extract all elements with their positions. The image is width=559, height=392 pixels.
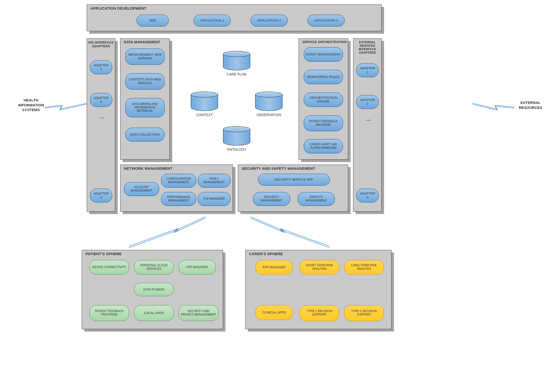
pill-context-data-webservice: CONTEXT DATA WEB SERVICE xyxy=(125,73,165,90)
cylinder-context: CONTEXT xyxy=(191,92,218,111)
pill-app2: APPLICATION 2 xyxy=(251,15,288,26)
pill-ext-adapter1: ADAPTER 1 xyxy=(356,63,379,77)
pill-device-connectivity: DEVICE CONNECTIVITY xyxy=(89,260,129,274)
panel-ext-adapters: EXTERNAL SERVICES INTERFACE ADAPTERS ADA… xyxy=(353,38,382,212)
panel-title-secmgmt: SECURITY AND SAFETY MANAGEMENT xyxy=(242,166,315,171)
pill-orch-engine: ORCHESTRATION ENGINE xyxy=(304,93,343,107)
pill-p2p-mgr-patient: P2P MANAGER xyxy=(179,260,216,274)
bolt-left xyxy=(45,100,87,115)
pill-patient-feedback-backend: PATIENT FEEDBACK BACKEND xyxy=(304,115,343,131)
pill-identity-mgmt: IDENTITY MANAGEMENT xyxy=(298,192,335,206)
pill-personal-cloud: PERSONAL CLOUD SERVICES xyxy=(134,260,174,274)
pill-ext-adaptern: ADAPTER n xyxy=(356,189,379,202)
cylinder-care-plan: CARE PLAN xyxy=(223,51,250,70)
panel-network-mgmt: NETWORK MANAGEMENT ACCOUNT MANAGEMENT CO… xyxy=(120,165,233,212)
pill-data-collection: DATA COLLECTION xyxy=(125,128,165,142)
bolt-right xyxy=(472,100,514,115)
pill-data-mining: DATA MINING AND INFORMATION RETRIEVAL xyxy=(125,98,165,117)
pill-his-adaptern: ADAPTER n xyxy=(90,189,112,202)
pill-ext-adapter2: ADAPTER 2 xyxy=(356,95,379,109)
cylinder-label-ontology: ONTOLOGY xyxy=(217,147,256,151)
pill-security-mgmt: SECURITY MANAGEMENT xyxy=(253,192,290,206)
panel-title-patient: PATIENT'S SPHERE xyxy=(85,252,122,256)
his-dots: ⋮ xyxy=(99,115,105,123)
pill-fault-mgmt: FAULT MANAGEMENT xyxy=(198,174,230,188)
pill-app1: APPLICATION 1 xyxy=(194,15,231,26)
pill-appn: APPLICATION n xyxy=(307,15,345,26)
panel-title-serviceorch: SERVICE ORCHESTRATION xyxy=(302,40,347,44)
pill-account-mgmt: ACCOUNT MANAGEMENT xyxy=(124,182,159,196)
pill-security-privacy: SECURITY AND PRIVACY MANAGEMENT xyxy=(179,305,218,321)
pill-patient-feedback-frontend: PATIENT FEEDBACK FRONTEND xyxy=(89,305,129,321)
pill-data-fusion: DATA FUSION xyxy=(134,283,174,296)
cylinder-label-observation: OBSERVATION xyxy=(249,113,289,117)
pill-local-apps: LOCAL APPS xyxy=(134,305,174,321)
external-left-label: HEALTH INFORMATION SYSTEMS xyxy=(12,98,50,112)
pill-config-mgmt: CONFIGURATION MANAGEMENT xyxy=(161,174,196,188)
panel-title-his: HIS INTERFACE ADAPTERS xyxy=(87,41,115,48)
pill-event-mgmt: EVENT MANAGEMENT xyxy=(304,47,343,62)
pill-p2p-mgr: P2P MANAGER xyxy=(198,192,230,206)
panel-title-app-dev: APPLICATION DEVELOPMENT xyxy=(90,6,146,10)
pill-type1-decision: TYPE 1 DECISION SUPPORT xyxy=(300,305,339,321)
panel-app-dev: APPLICATION DEVELOPMENT SDK APPLICATION … xyxy=(87,4,382,31)
panel-his-adapters: HIS INTERFACE ADAPTERS ADAPTER 1 ADAPTER… xyxy=(87,38,115,212)
pill-measurement-webservice: MEASUREMENT WEB SERVICE xyxy=(125,49,165,65)
panel-carer-sphere: CARER'S SPHERE P2P MANAGER SHORT-TERM RI… xyxy=(245,250,391,329)
cylinder-ontology: ONTOLOGY xyxy=(223,126,250,146)
cylinder-observation: OBSERVATION xyxy=(255,92,282,111)
pill-long-term-risk: LONG-TERM RISK ANALYSIS xyxy=(344,260,384,274)
external-right-label: EXTERNAL RESOURCES xyxy=(514,100,547,110)
pill-monitoring-rules: MONITORING RULES xyxy=(304,70,343,84)
pill-carer-alert: CARER ALERT AND ALARM HANDLING xyxy=(304,139,343,153)
pill-short-term-risk: SHORT-TERM RISK ANALYSIS xyxy=(300,260,339,274)
pill-his-adapter2: ADAPTER 2 xyxy=(90,93,112,107)
pill-sdk: SDK xyxy=(137,15,169,26)
panel-title-datamgmt: DATA MANAGEMENT xyxy=(124,40,160,44)
pill-type2-decision: TYPE 2 DECISION SUPPORT xyxy=(344,305,384,321)
pill-perf-mgmt: PERFORMANCE MANAGEMENT xyxy=(161,192,196,206)
panel-title-carer: CARER'S SPHERE xyxy=(249,252,283,256)
bolt-to-carer xyxy=(250,217,330,249)
panel-data-mgmt: DATA MANAGEMENT MEASUREMENT WEB SERVICE … xyxy=(120,38,170,160)
panel-security-mgmt: SECURITY AND SAFETY MANAGEMENT SECURITY … xyxy=(238,165,348,212)
cylinder-label-context: CONTEXT xyxy=(185,113,224,117)
cylinder-label-careplan: CARE PLAN xyxy=(217,72,256,76)
panel-patient-sphere: PATIENT'S SPHERE DEVICE CONNECTIVITY PER… xyxy=(82,250,223,329)
pill-p2p-mgr-carer: P2P MANAGER xyxy=(255,260,293,274)
ext-dots: ⋮ xyxy=(366,118,372,126)
pill-his-adapter1: ADAPTER 1 xyxy=(90,60,112,74)
panel-title-ext: EXTERNAL SERVICES INTERFACE ADAPTERS xyxy=(353,41,381,54)
bolt-to-patient xyxy=(129,217,208,249)
panel-title-netmgmt: NETWORK MANAGEMENT xyxy=(124,166,172,171)
pill-security-app: SECURITY SERVICE APP xyxy=(258,174,330,186)
pill-clinical-apps: CLINICAL APPS xyxy=(255,305,293,320)
panel-service-orch: SERVICE ORCHESTRATION EVENT MANAGEMENT M… xyxy=(299,38,348,160)
